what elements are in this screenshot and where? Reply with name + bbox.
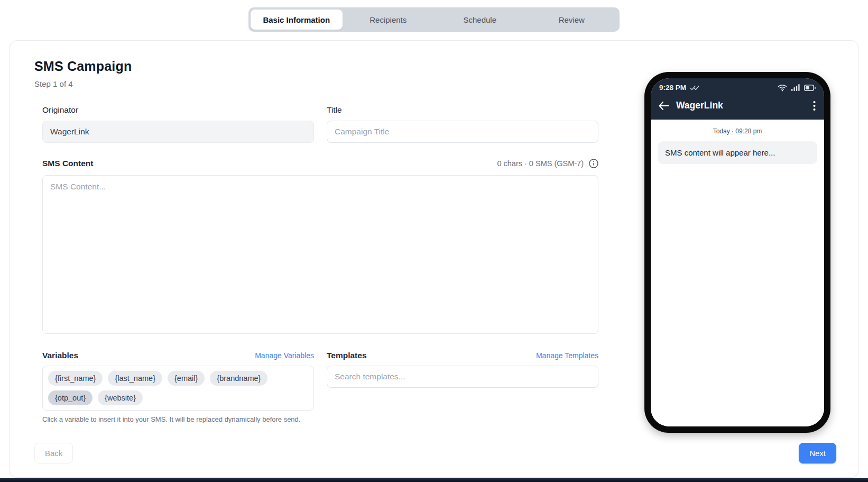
variable-chip[interactable]: {otp_out} [48, 390, 93, 405]
variables-section: Variables Manage Variables {first_name} … [42, 351, 314, 423]
manage-templates-link[interactable]: Manage Templates [536, 351, 598, 360]
battery-icon [804, 85, 816, 91]
originator-input[interactable] [42, 121, 314, 143]
variables-helper-text: Click a variable to insert it into your … [42, 415, 314, 423]
variable-chip[interactable]: {first_name} [48, 371, 103, 386]
back-button[interactable]: Back [34, 443, 73, 463]
sms-content-label: SMS Content [42, 159, 93, 168]
next-button[interactable]: Next [799, 443, 836, 463]
templates-section: Templates Manage Templates [327, 351, 598, 423]
originator-label: Originator [42, 105, 314, 115]
phone-top-area: 9:28 PM [651, 78, 824, 120]
campaign-form: Originator Title SMS Content 0 chars · 0… [42, 105, 598, 423]
wizard-footer: Back Next [34, 443, 836, 463]
sms-preview-bubble: SMS content will appear here... [658, 141, 817, 164]
wifi-icon [778, 84, 787, 92]
phone-status-bar: 9:28 PM [651, 78, 824, 94]
variable-chip[interactable]: {email} [168, 371, 205, 386]
chat-timestamp: Today · 09:28 pm [658, 128, 817, 135]
signal-bars-icon [791, 84, 800, 91]
variables-label: Variables [42, 351, 78, 360]
step-tab[interactable]: Recipients [343, 10, 435, 30]
phone-sender-name: WagerLink [676, 100, 813, 111]
step-tab[interactable]: Review [526, 10, 618, 30]
originator-field-group: Originator [42, 105, 314, 143]
step-tabbar: Basic Information Recipients Schedule Re… [248, 7, 620, 32]
char-counter: 0 chars · 0 SMS (GSM-7) [497, 159, 584, 168]
variable-chip[interactable]: {last_name} [108, 371, 162, 386]
step-tab[interactable]: Schedule [434, 10, 526, 30]
title-label: Title [327, 105, 598, 115]
status-time: 9:28 PM [659, 84, 686, 92]
phone-chat-body: Today · 09:28 pm SMS content will appear… [651, 120, 824, 426]
sms-content-textarea[interactable] [42, 175, 598, 334]
variables-chip-box: {first_name} {last_name} {email} {brandn… [42, 366, 314, 411]
step-tab[interactable]: Basic Information [251, 10, 343, 30]
variable-chip[interactable]: {brandname} [210, 371, 267, 386]
manage-variables-link[interactable]: Manage Variables [255, 351, 314, 360]
double-check-icon [690, 85, 700, 91]
arrow-left-icon [658, 101, 670, 111]
title-field-group: Title [327, 105, 598, 143]
kebab-menu-icon [813, 101, 816, 111]
template-search-input[interactable] [327, 366, 598, 388]
phone-screen: 9:28 PM [651, 78, 824, 426]
variable-chip[interactable]: {website} [98, 390, 143, 405]
phone-chat-header: WagerLink [651, 94, 824, 120]
info-circle-icon[interactable] [589, 159, 598, 168]
phone-preview: 9:28 PM [644, 72, 830, 433]
templates-label: Templates [327, 351, 367, 360]
sms-campaign-card: SMS Campaign Step 1 of 4 Originator Titl… [10, 40, 858, 478]
bottom-edge-bar [0, 478, 868, 482]
campaign-title-input[interactable] [327, 121, 598, 143]
